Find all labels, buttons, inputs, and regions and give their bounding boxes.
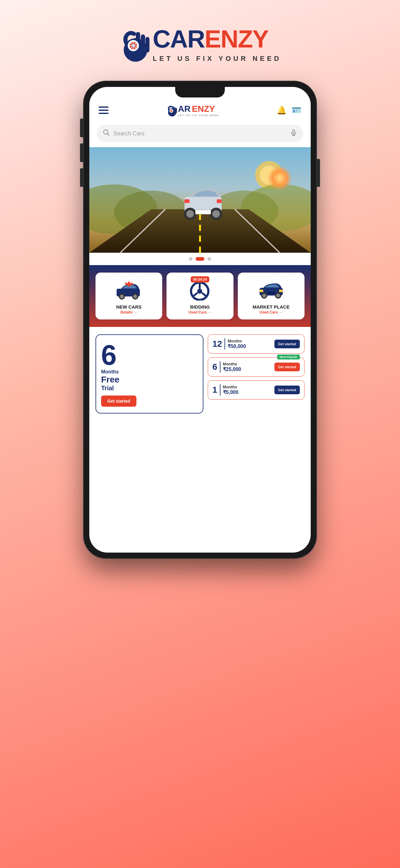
plan-12-months-label: Months <box>228 339 272 343</box>
svg-rect-1 <box>141 34 145 52</box>
svg-rect-64 <box>267 292 275 294</box>
svg-point-51 <box>130 282 133 285</box>
search-icon <box>103 129 110 138</box>
dot-3[interactable] <box>207 257 211 261</box>
plan-6-price: ₹25,000 <box>223 366 272 372</box>
brand-logo-section: C AR ENZY LET US FIX YOUR NEED <box>119 25 281 63</box>
menu-line-3 <box>99 113 108 114</box>
svg-rect-63 <box>279 290 283 292</box>
microphone-icon[interactable] <box>290 129 297 138</box>
sun-glow <box>267 166 292 191</box>
logo-hand-icon <box>119 25 153 62</box>
free-trial-card: 6 Months Free Trial Get started <box>96 334 203 413</box>
plan-divider-3 <box>220 384 221 396</box>
svg-rect-12 <box>174 107 175 113</box>
new-cars-title: NEW CARS <box>116 304 142 310</box>
trial-text-label: Trial <box>101 385 114 392</box>
header-hand-icon <box>166 104 178 117</box>
hero-background <box>89 147 311 253</box>
notification-bell-icon[interactable]: 🔔 <box>276 105 287 115</box>
bidding-label: BIDDING Used Cars → <box>189 304 212 314</box>
logo-car-text: C <box>153 25 170 53</box>
phone-frame: AR ENZY LET US FIX YOUR NEED 🔔 🪪 <box>84 81 316 558</box>
plan-12-get-started-button[interactable]: Get started <box>274 340 300 348</box>
logo-enzy-text: ENZY <box>205 25 268 53</box>
plan-1-month[interactable]: 1 Months ₹5,000 Get started <box>208 380 304 400</box>
header-logo-text: AR ENZY LET US FIX YOUR NEED <box>178 104 219 117</box>
plans-column: 12 Months ₹50,000 Get started Most Popul… <box>208 334 304 413</box>
marketplace-car-icon <box>258 281 284 300</box>
header-car-text: AR <box>178 104 190 114</box>
steering-wheel-icon <box>190 280 210 301</box>
svg-rect-42 <box>195 210 211 214</box>
svg-point-39 <box>212 210 220 218</box>
logo-text: C AR ENZY LET US FIX YOUR NEED <box>153 25 281 63</box>
search-input[interactable]: Search Cars <box>113 130 287 137</box>
plan-6-months[interactable]: Most Popular 6 Months ₹25,000 Get starte… <box>208 357 304 377</box>
plan-6-months-label: Months <box>223 362 272 366</box>
header-enzy-text: ENZY <box>192 104 215 114</box>
bidding-timer: 00:34:24 <box>191 276 209 282</box>
categories-grid: NEW CARS Details → 00:34:24 <box>96 273 304 319</box>
trial-free-label: Free <box>101 375 120 385</box>
categories-section: NEW CARS Details → 00:34:24 <box>89 265 311 327</box>
plan-12-price: ₹50,000 <box>228 343 272 349</box>
svg-rect-40 <box>185 199 190 203</box>
pricing-section: 6 Months Free Trial Get started 12 Month… <box>89 327 311 421</box>
plan-6-number: 6 <box>212 362 218 372</box>
svg-point-61 <box>276 294 280 298</box>
trial-get-started-button[interactable]: Get started <box>101 396 136 407</box>
trial-number: 6 <box>101 341 116 369</box>
header-logo: AR ENZY LET US FIX YOUR NEED <box>166 104 219 117</box>
svg-point-59 <box>262 294 266 298</box>
svg-point-50 <box>125 282 128 285</box>
plan-1-number: 1 <box>212 385 218 395</box>
svg-rect-24 <box>293 130 295 133</box>
header-tagline: LET US FIX YOUR NEED <box>178 114 219 117</box>
svg-rect-41 <box>217 199 222 203</box>
new-cars-icon-area <box>115 279 143 301</box>
header-icons: 🔔 🪪 <box>276 105 301 115</box>
notch <box>175 87 225 97</box>
new-cars-label: NEW CARS Details → <box>116 304 142 314</box>
svg-point-53 <box>197 289 202 294</box>
plan-12-months[interactable]: 12 Months ₹50,000 Get started <box>208 334 304 353</box>
svg-point-47 <box>133 294 137 298</box>
plan-1-get-started-button[interactable]: Get started <box>274 385 300 394</box>
plan-1-info: Months ₹5,000 <box>223 385 272 395</box>
bidding-icon-area: 00:34:24 <box>190 279 210 301</box>
trial-months-label: Months <box>101 369 119 375</box>
marketplace-icon-area <box>258 279 284 301</box>
logo-tagline: LET US FIX YOUR NEED <box>153 55 281 63</box>
dot-2-active[interactable] <box>196 257 204 261</box>
menu-button[interactable] <box>99 106 108 114</box>
new-cars-icon <box>115 281 143 300</box>
plan-divider-1 <box>225 338 225 349</box>
svg-point-37 <box>186 210 194 218</box>
phone-container: AR ENZY LET US FIX YOUR NEED 🔔 🪪 <box>84 81 316 558</box>
bidding-link[interactable]: Used Cars → <box>189 310 212 314</box>
plan-1-price: ₹5,000 <box>223 389 272 395</box>
svg-rect-62 <box>260 290 263 292</box>
category-marketplace[interactable]: MARKET PLACE Used Cars → <box>238 273 304 319</box>
plan-6-get-started-button[interactable]: Get started <box>274 363 300 371</box>
new-cars-link[interactable]: Details → <box>120 310 137 314</box>
marketplace-link[interactable]: Used Cars → <box>260 310 283 314</box>
wallet-icon[interactable]: 🪪 <box>292 105 301 115</box>
menu-line-2 <box>99 110 108 111</box>
hero-banner <box>89 147 311 253</box>
app-header: AR ENZY LET US FIX YOUR NEED 🔔 🪪 <box>89 97 311 120</box>
bidding-title: BIDDING <box>190 304 210 310</box>
dot-1[interactable] <box>189 257 193 261</box>
svg-rect-2 <box>145 37 149 53</box>
plan-6-info: Months ₹25,000 <box>223 362 272 372</box>
plan-12-number: 12 <box>212 339 222 349</box>
svg-line-56 <box>202 293 206 297</box>
category-new-cars[interactable]: NEW CARS Details → <box>96 273 162 319</box>
carousel-dots <box>89 253 311 265</box>
logo-ar-text: AR <box>170 25 205 53</box>
category-bidding[interactable]: 00:34:24 <box>167 273 233 319</box>
search-bar[interactable]: Search Cars <box>97 125 303 142</box>
plan-1-months-label: Months <box>223 385 272 389</box>
marketplace-title: MARKET PLACE <box>253 304 290 310</box>
